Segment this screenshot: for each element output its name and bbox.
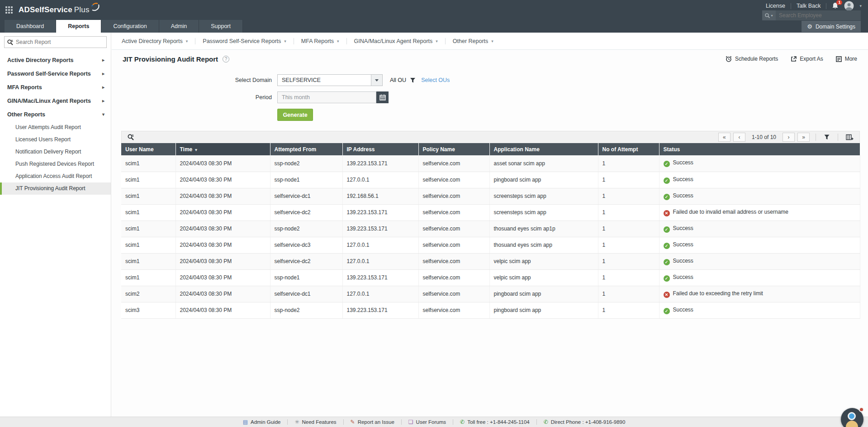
tab-reports[interactable]: Reports [56,20,101,33]
brand-suffix: Plus [74,5,90,14]
footer: ▤Admin Guide✳Need Features✎Report an Iss… [0,417,868,427]
footer-link-direct-phone[interactable]: ✆Direct Phone : +1-408-916-9890 [544,419,626,425]
license-link[interactable]: License [766,3,785,9]
column-header-time[interactable]: Time▾ [175,143,270,155]
sidebar-category-label: Other Reports [7,108,102,121]
support-chat-widget[interactable] [841,408,863,427]
footer-label: User Forums [416,419,446,425]
footer-link-report-an-issue[interactable]: ✎Report an Issue [351,419,394,425]
column-header-policy-name[interactable]: Policy Name [418,143,489,155]
user-name-cell: scim1 [121,221,175,237]
user-name-cell: scim1 [121,204,175,221]
tab-support[interactable]: Support [199,20,243,33]
filter-funnel-icon[interactable] [822,133,832,141]
user-name-cell: scim3 [121,302,175,318]
footer-link-toll-free[interactable]: ✆Toll free : +1-844-245-1104 [460,419,530,425]
time-cell: 2024/04/03 08:30 PM [175,253,270,269]
sidebar-item-notification-delivery-report[interactable]: Notification Delivery Report [0,146,111,158]
table-row[interactable]: scim12024/04/03 08:30 PMssp-node1139.223… [121,269,860,286]
calendar-icon[interactable] [376,91,389,103]
period-input[interactable]: This month [277,91,376,103]
employee-search-input[interactable] [776,12,861,19]
reportnav-password-self-service-reports[interactable]: Password Self-Service Reports▾ [203,38,286,44]
sidebar-item-user-attempts-audit-report[interactable]: User Attempts Audit Report [0,121,111,134]
select-ous-link[interactable]: Select OUs [421,77,450,83]
success-icon: ✓ [664,178,670,184]
status-text: Success [673,241,693,248]
sidebar-item-mfa-reports[interactable]: MFA Reports▸ [0,81,111,94]
chevron-down-icon: ▾ [284,39,286,43]
last-page-button[interactable]: » [797,133,810,142]
tab-configuration[interactable]: Configuration [101,20,159,33]
sidebar-item-gina-mac-linux-agent-reports[interactable]: GINA/Mac/Linux Agent Reports▸ [0,94,111,108]
user-avatar[interactable] [844,1,854,11]
sidebar-category-label: Active Directory Reports [7,53,102,67]
generate-button[interactable]: Generate [277,109,313,121]
table-search-icon[interactable] [126,133,136,141]
sidebar-item-other-reports[interactable]: Other Reports▾ [0,108,111,121]
help-icon[interactable]: ? [223,56,229,62]
table-row[interactable]: scim12024/04/03 08:30 PMselfservice-dc31… [121,237,860,253]
period-row: Period This month [112,91,868,103]
tab-dashboard[interactable]: Dashboard [5,20,56,33]
column-header-user-name[interactable]: User Name [121,143,175,155]
sidebar-item-application-access-audit-report[interactable]: Application Access Audit Report [0,170,111,182]
column-header-no-of-attempt[interactable]: No of Attempt [598,143,659,155]
first-page-button[interactable]: « [718,133,730,142]
table-row[interactable]: scim12024/04/03 08:30 PMssp-node1127.0.0… [121,172,860,188]
column-header-application-name[interactable]: Application Name [489,143,598,155]
status-text: Success [673,159,693,166]
gear-icon: ⚙ [807,23,812,30]
chevron-down-icon: ▾ [337,39,339,43]
column-header-status[interactable]: Status [659,143,860,155]
ou-filter-funnel-icon[interactable] [410,77,416,83]
table-row[interactable]: scim12024/04/03 08:30 PMssp-node2139.223… [121,221,860,237]
reportnav-mfa-reports[interactable]: MFA Reports▾ [301,38,339,44]
success-icon: ✓ [664,308,670,314]
footer-link-admin-guide[interactable]: ▤Admin Guide [243,419,281,425]
next-page-button[interactable]: › [783,133,795,142]
table-row[interactable]: scim32024/04/03 08:30 PMssp-node2139.223… [121,302,860,318]
table-row[interactable]: scim12024/04/03 08:30 PMselfservice-dc21… [121,253,860,269]
sidebar-item-jit-provisioning-audit-report[interactable]: JIT Provisioning Audit Report [0,182,111,195]
application-name-cell: thosuand eyes scim app [489,237,598,253]
column-header-attempted-from[interactable]: Attempted From [270,143,342,155]
user-menu-caret-icon[interactable]: ▾ [859,4,862,8]
sidebar-item-active-directory-reports[interactable]: Active Directory Reports▸ [0,53,111,67]
export-as-button[interactable]: Export As [791,56,823,62]
report-search-input[interactable] [16,39,104,45]
time-cell: 2024/04/03 08:30 PM [175,237,270,253]
add-remove-columns-icon[interactable] [844,133,855,141]
app-grid-icon[interactable] [5,6,13,14]
no-of-attempt-cell: 1 [598,221,659,237]
brand-logo[interactable]: ADSelfServicePlus [19,5,98,14]
sidebar-item-password-self-service-reports[interactable]: Password Self-Service Reports▸ [0,67,111,81]
domain-select[interactable]: SELFSERVICE [277,74,383,86]
search-icon[interactable]: ▾ [762,10,776,20]
sidebar-item-licensed-users-report[interactable]: Licensed Users Report [0,134,111,146]
status-cell: ✓Success [659,237,860,253]
footer-link-need-features[interactable]: ✳Need Features [294,419,336,425]
footer-link-user-forums[interactable]: ❏User Forums [408,419,446,425]
previous-page-button[interactable]: ‹ [733,133,745,142]
table-row[interactable]: scim12024/04/03 08:30 PMssp-node2139.223… [121,155,860,172]
notifications-bell-icon[interactable]: 1 [832,2,839,10]
reportnav-gina-mac-linux-agent-reports[interactable]: GINA/Mac/Linux Agent Reports▾ [354,38,438,44]
reportnav-other-reports[interactable]: Other Reports▾ [453,38,493,44]
domain-settings-button[interactable]: ⚙ Domain Settings [802,21,861,32]
reportnav-active-directory-reports[interactable]: Active Directory Reports▾ [122,38,188,44]
attempted-from-cell: ssp-node2 [270,155,342,172]
schedule-reports-button[interactable]: Schedule Reports [726,56,778,62]
tab-admin[interactable]: Admin [159,20,199,33]
table-row[interactable]: scim12024/04/03 08:30 PMselfservice-dc11… [121,188,860,204]
need-features-icon: ✳ [294,419,299,425]
report-search [4,36,107,48]
chevron-down-icon[interactable] [371,75,382,86]
column-header-ip-address[interactable]: IP Address [342,143,418,155]
table-row[interactable]: scim12024/04/03 08:30 PMselfservice-dc21… [121,204,860,221]
talkback-link[interactable]: Talk Back [797,3,821,9]
sidebar-item-push-registered-devices-report[interactable]: Push Registered Devices Report [0,158,111,170]
table-row[interactable]: scim22024/04/03 08:30 PMselfservice-dc11… [121,286,860,302]
attempted-from-cell: ssp-node2 [270,302,342,318]
more-button[interactable]: More [836,56,857,62]
